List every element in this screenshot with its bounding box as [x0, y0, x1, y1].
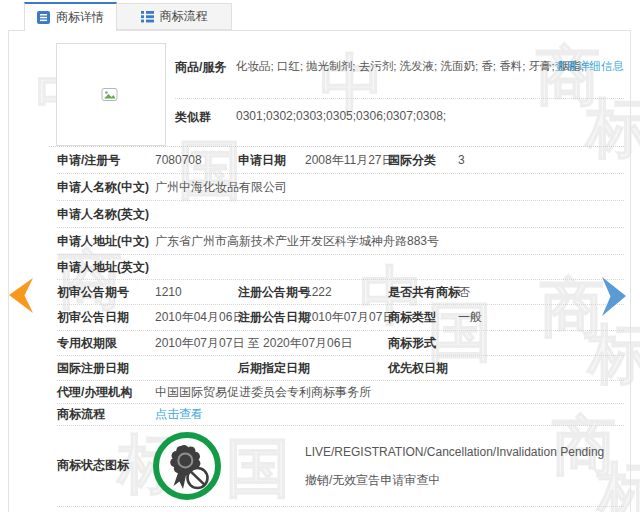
exclusive-term-label: 专用权期限: [57, 334, 117, 351]
first-pub-date-value: 2010年04月06日: [155, 309, 244, 326]
intl-reg-date-label: 国际注册日期: [57, 359, 129, 376]
table-row: 申请人名称(英文): [57, 200, 624, 228]
applicant-cn-label: 申请人名称(中文): [57, 178, 149, 195]
table-row: 专用权期限 2010年07月07日 至 2020年07月06日 商标形式: [57, 330, 624, 356]
joint-mark-value: 否: [458, 283, 470, 300]
priority-date-label: 优先权日期: [388, 359, 448, 376]
medal-cancelled-icon: [152, 431, 222, 501]
app-date-value: 2008年11月27日: [305, 152, 394, 169]
trademark-detail-panel: 商品/服务 化妆品; 口红; 抛光制剂; 去污剂; 洗发液; 洗面奶; 香; 香…: [8, 30, 631, 512]
table-row: 申请人地址(英文): [57, 254, 624, 280]
click-to-view-link[interactable]: 点击查看: [155, 406, 203, 423]
view-details-link[interactable]: 查看详细信息: [555, 59, 624, 74]
table-row: 初审公告日期 2010年04月06日 注册公告日期 2010年07月07日 商标…: [57, 304, 624, 331]
table-row: 初审公告期号 1210 注册公告期号 1222 是否共有商标 否: [57, 279, 624, 305]
table-row: 代理/办理机构 中国国际贸易促进委员会专利商标事务所: [57, 380, 624, 404]
address-cn-value: 广东省广州市高新技术产业开发区科学城神舟路883号: [155, 232, 439, 249]
reg-number-label: 申请/注册号: [57, 152, 120, 169]
tab-label: 商标详情: [56, 9, 104, 26]
similar-group-value: 0301;0302;0303;0305;0306;0307;0308;: [236, 109, 446, 123]
applicant-cn-value: 广州中海化妆品有限公司: [155, 178, 287, 195]
tm-form-label: 商标形式: [388, 334, 436, 351]
reg-pub-date-label: 注册公告日期: [238, 309, 310, 326]
first-pub-no-label: 初审公告期号: [57, 283, 129, 300]
first-pub-no-value: 1210: [155, 285, 182, 299]
chevron-left-icon[interactable]: [8, 278, 34, 316]
table-row: 申请人名称(中文) 广州中海化妆品有限公司: [57, 173, 624, 201]
applicant-en-label: 申请人名称(英文): [57, 205, 149, 222]
status-text-en: LIVE/REGISTRATION/Cancellation/Invalidat…: [305, 445, 604, 459]
table-row: 申请/注册号 7080708 申请日期 2008年11月27日 国际分类 3: [57, 147, 624, 174]
table-row: 国际注册日期 后期指定日期 优先权日期: [57, 355, 624, 381]
tab-trademark-detail[interactable]: 商标详情: [24, 2, 117, 31]
address-en-label: 申请人地址(英文): [57, 258, 149, 275]
goods-section: 商品/服务 化妆品; 口红; 抛光制剂; 去污剂; 洗发液; 洗面奶; 香; 香…: [175, 41, 624, 147]
exclusive-term-value: 2010年07月07日 至 2020年07月06日: [155, 334, 352, 351]
app-date-label: 申请日期: [238, 152, 286, 169]
joint-mark-label: 是否共有商标: [388, 283, 460, 300]
tm-type-label: 商标类型: [388, 309, 436, 326]
status-icon-label: 商标状态图标: [57, 457, 129, 474]
status-text-cn: 撤销/无效宣告申请审查中: [305, 472, 440, 489]
agency-label: 代理/办理机构: [57, 383, 132, 400]
list-icon: [141, 10, 154, 23]
reg-pub-date-value: 2010年07月07日: [305, 309, 394, 326]
goods-services-value: 化妆品; 口红; 抛光制剂; 去污剂; 洗发液; 洗面奶; 香; 香料; 牙膏;…: [236, 59, 584, 74]
address-cn-label: 申请人地址(中文): [57, 232, 149, 249]
table-row: 申请人地址(中文) 广东省广州市高新技术产业开发区科学城神舟路883号: [57, 227, 624, 255]
trademark-detail-page: 中 国 中 商 标 商 中 国 商 标 标 国 商 标 商标详情 商标流程: [0, 0, 640, 512]
trademark-image-placeholder: [56, 43, 166, 146]
status-row: 商标状态图标: [57, 425, 624, 507]
tm-flow-label: 商标流程: [57, 406, 105, 423]
tab-label: 商标流程: [160, 8, 208, 25]
reg-pub-no-label: 注册公告期号: [238, 283, 310, 300]
tm-type-value: 一般: [458, 309, 482, 326]
intl-class-label: 国际分类: [388, 152, 436, 169]
first-pub-date-label: 初审公告日期: [57, 309, 129, 326]
goods-services-label: 商品/服务: [175, 59, 226, 76]
later-designation-date-label: 后期指定日期: [238, 359, 310, 376]
agency-value: 中国国际贸易促进委员会专利商标事务所: [155, 383, 371, 400]
chevron-right-icon[interactable]: [600, 277, 627, 319]
broken-image-icon: [101, 87, 121, 103]
tab-trademark-process[interactable]: 商标流程: [117, 3, 232, 30]
similar-group-label: 类似群: [175, 109, 211, 126]
document-icon: [37, 11, 50, 24]
reg-pub-no-value: 1222: [305, 285, 332, 299]
table-row: 商标流程 点击查看: [57, 403, 624, 426]
reg-number-value: 7080708: [155, 153, 202, 167]
divider: [175, 98, 624, 99]
intl-class-value: 3: [458, 153, 465, 167]
